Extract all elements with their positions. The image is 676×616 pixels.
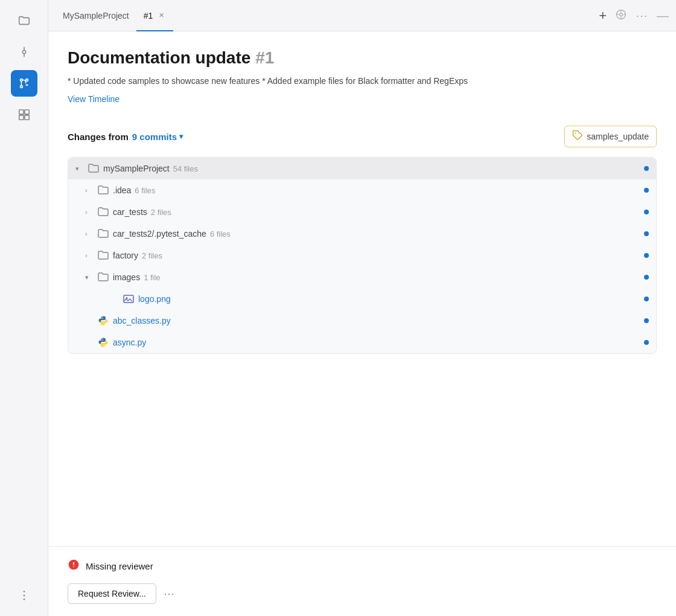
python-logo-async	[98, 337, 109, 348]
review-more-icon[interactable]: ⋯	[164, 587, 174, 600]
tag-icon	[572, 130, 583, 143]
tree-row-root[interactable]: ▾ mySampleProject 54 files	[68, 158, 656, 179]
sidebar-item-more[interactable]	[11, 582, 37, 609]
svg-point-12	[23, 598, 25, 600]
pytest-change-dot	[644, 231, 649, 236]
factory-folder-name: factory	[113, 251, 138, 260]
target-button[interactable]	[615, 8, 627, 22]
svg-rect-9	[24, 115, 28, 120]
factory-change-dot	[644, 253, 649, 258]
svg-point-11	[23, 595, 25, 597]
minimize-button[interactable]: —	[657, 10, 669, 22]
svg-rect-7	[24, 110, 28, 114]
chevron-idea-icon: ›	[85, 187, 97, 194]
review-actions: Request Review... ⋯	[68, 583, 657, 604]
tag-label: samples_update	[587, 132, 649, 141]
tag-badge: samples_update	[564, 126, 657, 147]
pr-title-text: Documentation update	[68, 48, 255, 67]
python-abc-icon	[97, 315, 109, 327]
svg-rect-8	[19, 115, 23, 120]
tab-project[interactable]: MySampleProject	[56, 0, 136, 31]
factory-file-count: 2 files	[142, 251, 162, 260]
svg-point-4	[25, 79, 28, 82]
chevron-images-icon: ▾	[85, 274, 97, 281]
changes-header: Changes from 9 commits ▾ samples_update	[68, 126, 657, 147]
tree-row-images[interactable]: ▾ images 1 file	[68, 266, 656, 288]
tree-row-pytest-cache[interactable]: › car_tests2/.pytest_cache 6 files	[68, 223, 656, 245]
close-tab-button[interactable]: ✕	[156, 11, 166, 21]
chevron-pytest-icon: ›	[85, 230, 97, 237]
main-area: MySampleProject #1 ✕ + ⋯ —	[48, 0, 676, 616]
pytest-folder-name: car_tests2/.pytest_cache	[113, 229, 206, 239]
sidebar-item-layout[interactable]	[11, 101, 37, 128]
folder-idea-icon	[97, 184, 109, 196]
bottom-section: Missing reviewer Request Review... ⋯	[48, 546, 676, 616]
svg-point-5	[20, 86, 22, 88]
svg-point-24	[73, 566, 74, 568]
chevron-root-icon: ▾	[75, 165, 88, 173]
idea-folder-name: .idea	[113, 185, 131, 195]
pytest-file-count: 6 files	[210, 229, 231, 239]
svg-rect-6	[19, 110, 23, 114]
error-circle-icon	[68, 559, 80, 571]
images-file-count: 1 file	[144, 273, 160, 282]
tree-row-abc-classes[interactable]: › abc_classes.py	[68, 310, 656, 332]
chevron-factory-icon: ›	[85, 252, 97, 259]
root-folder-name: mySampleProject	[103, 164, 170, 173]
python-logo-abc	[98, 315, 109, 326]
sidebar-item-files[interactable]	[11, 7, 37, 34]
pr-title: Documentation update #1	[68, 48, 657, 68]
svg-point-14	[620, 13, 623, 16]
tree-row-factory[interactable]: › factory 2 files	[68, 245, 656, 266]
cartests-folder-name: car_tests	[113, 207, 147, 217]
abc-classes-file-name: abc_classes.py	[113, 316, 171, 326]
folder-pytest-icon	[97, 228, 109, 240]
tree-row-idea[interactable]: › .idea 6 files	[68, 179, 656, 201]
logo-change-dot	[644, 297, 649, 301]
view-timeline-link[interactable]: View Timeline	[68, 94, 120, 104]
folder-factory-icon	[97, 249, 109, 261]
commits-badge[interactable]: 9 commits ▾	[132, 132, 183, 142]
sidebar-item-commits[interactable]	[11, 39, 37, 65]
tab-bar: MySampleProject #1 ✕ + ⋯ —	[48, 0, 676, 31]
root-file-count: 54 files	[173, 164, 198, 173]
error-icon	[68, 559, 80, 574]
image-file-icon	[123, 293, 135, 305]
add-tab-button[interactable]: +	[599, 9, 607, 22]
async-change-dot	[644, 340, 649, 345]
folder-cartests-icon	[97, 206, 109, 218]
tree-row-car-tests[interactable]: › car_tests 2 files	[68, 201, 656, 223]
cartests-change-dot	[644, 210, 649, 214]
changes-label: Changes from 9 commits ▾	[68, 132, 183, 142]
idea-file-count: 6 files	[135, 186, 155, 195]
more-actions-button[interactable]: ⋯	[636, 10, 648, 22]
svg-point-3	[20, 79, 22, 82]
missing-reviewer-label: Missing reviewer	[86, 561, 153, 571]
commits-count: 9 commits	[132, 132, 177, 142]
root-change-dot	[644, 166, 649, 171]
file-tree: ▾ mySampleProject 54 files › .idea 6 fil…	[68, 157, 657, 354]
chevron-cartests-icon: ›	[85, 208, 97, 216]
tree-row-async[interactable]: › async.py	[68, 332, 656, 353]
images-folder-name: images	[113, 272, 140, 282]
python-async-icon	[97, 336, 109, 348]
svg-point-10	[23, 591, 25, 592]
tab-bar-actions: + ⋯ —	[599, 8, 669, 22]
logo-file-name: logo.png	[138, 294, 171, 304]
tab-project-label: MySampleProject	[63, 11, 129, 21]
tree-row-logo[interactable]: › logo.png	[68, 288, 656, 310]
async-file-name: async.py	[113, 338, 146, 347]
tab-pr[interactable]: #1 ✕	[136, 0, 174, 31]
changes-from-label: Changes from	[68, 132, 129, 142]
request-review-button[interactable]: Request Review...	[68, 583, 156, 604]
folder-root-icon	[88, 162, 100, 175]
pr-number: #1	[255, 48, 274, 67]
pr-description: * Updated code samples to showcase new f…	[68, 75, 657, 88]
sidebar-item-branch[interactable]	[11, 70, 37, 97]
chevron-down-icon: ▾	[179, 132, 183, 141]
svg-point-0	[22, 50, 26, 54]
missing-reviewer-row: Missing reviewer	[68, 559, 657, 574]
folder-images-icon	[97, 271, 109, 283]
idea-change-dot	[644, 188, 649, 193]
cartests-file-count: 2 files	[151, 208, 171, 217]
